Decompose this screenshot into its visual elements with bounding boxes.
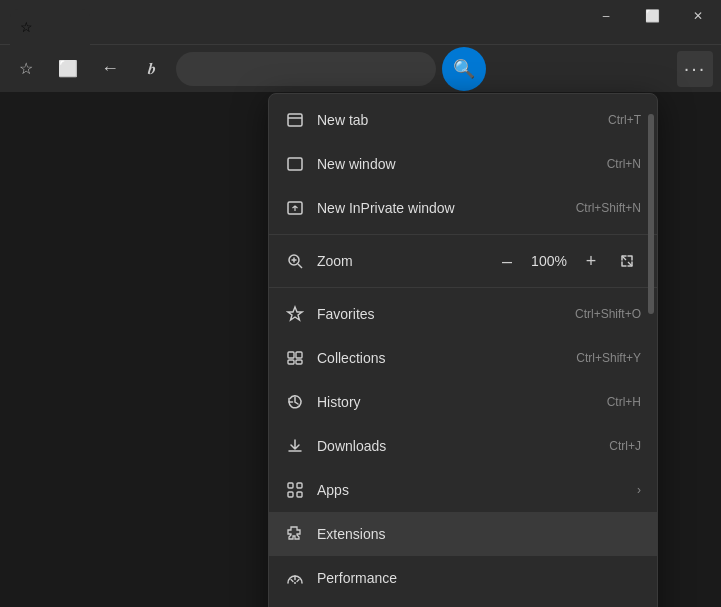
new-inprivate-label: New InPrivate window: [317, 200, 564, 216]
tab-collections-button[interactable]: ⬜: [50, 51, 86, 87]
collections-shortcut: Ctrl+Shift+Y: [576, 351, 641, 365]
star-icon: ☆: [19, 59, 33, 78]
history-icon: [285, 392, 305, 412]
menu-item-alerts[interactable]: Alerts and tips: [269, 600, 657, 607]
menu-item-new-window[interactable]: New window Ctrl+N: [269, 142, 657, 186]
svg-rect-10: [296, 360, 302, 364]
tab-favicon: ☆: [20, 19, 33, 35]
divider-2: [269, 287, 657, 288]
performance-icon: [285, 568, 305, 588]
svg-rect-8: [296, 352, 302, 358]
svg-rect-14: [297, 492, 302, 497]
history-label: History: [317, 394, 595, 410]
menu-item-extensions[interactable]: Extensions: [269, 512, 657, 556]
apps-icon: [285, 480, 305, 500]
svg-rect-9: [288, 360, 294, 364]
menu-item-history[interactable]: History Ctrl+H: [269, 380, 657, 424]
svg-point-15: [294, 582, 296, 584]
extensions-icon: [285, 524, 305, 544]
new-tab-shortcut: Ctrl+T: [608, 113, 641, 127]
back-button[interactable]: ←: [92, 51, 128, 87]
zoom-label: Zoom: [317, 253, 481, 269]
toolbar: ☆ ⬜ ← 𝒃 🔍 ···: [0, 45, 721, 93]
tab-bar: ☆: [0, 0, 581, 45]
collections-menu-icon: [285, 348, 305, 368]
search-icon: 🔍: [453, 58, 475, 80]
apps-arrow-icon: ›: [637, 483, 641, 497]
immersive-reader-icon: 𝒃: [148, 60, 156, 78]
svg-rect-1: [288, 158, 302, 170]
svg-rect-0: [288, 114, 302, 126]
downloads-shortcut: Ctrl+J: [609, 439, 641, 453]
svg-line-4: [298, 264, 302, 268]
collections-icon: ⬜: [58, 59, 78, 78]
search-button[interactable]: 🔍: [442, 47, 486, 91]
downloads-label: Downloads: [317, 438, 597, 454]
read-aloud-button[interactable]: 𝒃: [134, 51, 170, 87]
menu-item-new-tab[interactable]: New tab Ctrl+T: [269, 98, 657, 142]
zoom-out-button[interactable]: –: [493, 247, 521, 275]
favorites-icon-button[interactable]: ☆: [8, 51, 44, 87]
favorites-label: Favorites: [317, 306, 563, 322]
settings-more-button[interactable]: ···: [677, 51, 713, 87]
menu-scrollbar[interactable]: [648, 114, 654, 314]
favorites-icon: [285, 304, 305, 324]
svg-rect-7: [288, 352, 294, 358]
zoom-controls: – 100% +: [493, 247, 641, 275]
performance-label: Performance: [317, 570, 629, 586]
history-shortcut: Ctrl+H: [607, 395, 641, 409]
svg-rect-12: [297, 483, 302, 488]
zoom-icon: [285, 251, 305, 271]
zoom-value: 100%: [529, 253, 569, 269]
svg-rect-11: [288, 483, 293, 488]
inprivate-icon: [285, 198, 305, 218]
active-tab[interactable]: ☆: [10, 9, 90, 45]
downloads-icon: [285, 436, 305, 456]
new-window-shortcut: Ctrl+N: [607, 157, 641, 171]
divider-1: [269, 234, 657, 235]
menu-item-apps[interactable]: Apps ›: [269, 468, 657, 512]
address-bar[interactable]: [176, 52, 436, 86]
maximize-button[interactable]: ⬜: [629, 0, 675, 32]
menu-item-downloads[interactable]: Downloads Ctrl+J: [269, 424, 657, 468]
new-tab-label: New tab: [317, 112, 596, 128]
zoom-in-button[interactable]: +: [577, 247, 605, 275]
extensions-label: Extensions: [317, 526, 629, 542]
close-button[interactable]: ✕: [675, 0, 721, 32]
favorites-shortcut: Ctrl+Shift+O: [575, 307, 641, 321]
window-controls: – ⬜ ✕: [583, 0, 721, 32]
svg-rect-13: [288, 492, 293, 497]
zoom-row: Zoom – 100% +: [269, 239, 657, 283]
back-icon: ←: [101, 58, 119, 79]
new-inprivate-shortcut: Ctrl+Shift+N: [576, 201, 641, 215]
collections-label: Collections: [317, 350, 564, 366]
new-window-label: New window: [317, 156, 595, 172]
main-content: New tab Ctrl+T New window Ctrl+N New InP…: [0, 93, 721, 607]
minimize-button[interactable]: –: [583, 0, 629, 32]
zoom-expand-button[interactable]: [613, 247, 641, 275]
menu-item-performance[interactable]: Performance: [269, 556, 657, 600]
more-icon: ···: [684, 57, 707, 80]
menu-item-new-inprivate[interactable]: New InPrivate window Ctrl+Shift+N: [269, 186, 657, 230]
menu-item-collections[interactable]: Collections Ctrl+Shift+Y: [269, 336, 657, 380]
context-menu: New tab Ctrl+T New window Ctrl+N New InP…: [268, 93, 658, 607]
menu-item-favorites[interactable]: Favorites Ctrl+Shift+O: [269, 292, 657, 336]
new-window-icon: [285, 154, 305, 174]
browser-chrome: ☆ – ⬜ ✕: [0, 0, 721, 45]
apps-label: Apps: [317, 482, 613, 498]
new-tab-icon: [285, 110, 305, 130]
